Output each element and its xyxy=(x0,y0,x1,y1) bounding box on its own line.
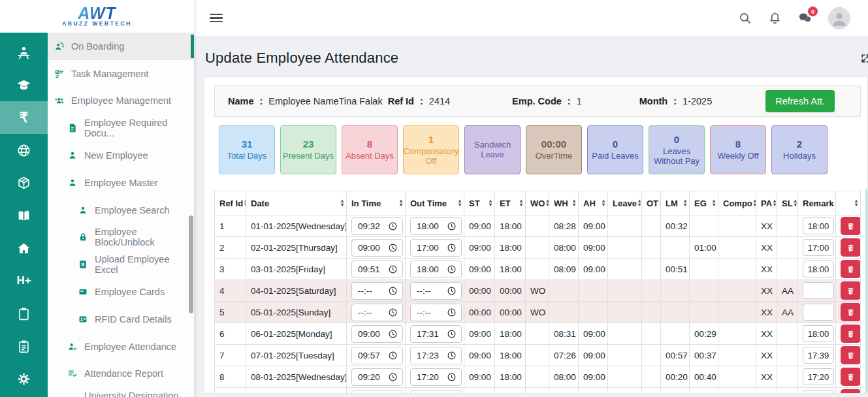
sort-carets-icon[interactable]: ▴▾ xyxy=(602,199,605,208)
column-header-date[interactable]: Date▴▾ xyxy=(246,191,347,215)
column-header-eg[interactable]: EG▴▾ xyxy=(690,191,718,215)
strip-item-library[interactable] xyxy=(0,199,48,232)
sort-carets-icon[interactable]: ▴▾ xyxy=(546,199,549,208)
delete-row-button[interactable] xyxy=(841,389,861,394)
sort-carets-icon[interactable]: ▴▾ xyxy=(638,199,641,208)
sort-carets-icon[interactable]: ▴▾ xyxy=(754,199,756,208)
remark-input[interactable] xyxy=(803,390,834,394)
in-time-input[interactable]: 09:20 xyxy=(351,368,403,386)
out-time-input[interactable]: 18:00 xyxy=(410,217,462,235)
sidebar-item-employee-required-docu[interactable]: Employee Required Docu... xyxy=(48,114,194,142)
column-header-ot[interactable]: OT▴▾ xyxy=(642,191,661,215)
strip-item-inventory[interactable] xyxy=(0,167,48,199)
column-header-in_time[interactable]: In Time▴▾ xyxy=(347,191,406,215)
delete-row-button[interactable] xyxy=(841,238,861,257)
remark-input[interactable] xyxy=(803,261,834,278)
sort-carets-icon[interactable]: ▴▾ xyxy=(489,199,492,208)
sidebar-item-employee-cards[interactable]: Employee Cards xyxy=(48,278,194,306)
sidebar-item-rfid-card-details[interactable]: RFID Card Details xyxy=(48,306,194,333)
delete-row-button[interactable] xyxy=(841,346,861,364)
column-header-wo[interactable]: WO▴▾ xyxy=(526,191,549,215)
out-time-input[interactable]: 17:12 xyxy=(410,390,462,394)
column-header-out_time[interactable]: Out Time▴▾ xyxy=(406,191,464,215)
sidebar-item-new-employee[interactable]: New Employee xyxy=(48,142,194,169)
strip-item-employees[interactable] xyxy=(0,36,48,69)
column-header-sl[interactable]: SL▴▾ xyxy=(777,191,798,215)
brand-logo[interactable]: AWT ABUZZ WEBTECH xyxy=(0,0,194,33)
sort-carets-icon[interactable]: ▴▾ xyxy=(573,199,575,208)
remark-input[interactable] xyxy=(803,239,834,256)
column-header-action[interactable]: ▴▾ xyxy=(836,191,861,215)
sidebar-item-employee-block-unblock[interactable]: Employee Block/Unblock xyxy=(48,224,194,251)
column-header-et[interactable]: ET▴▾ xyxy=(495,191,526,215)
column-header-pa[interactable]: PA▴▾ xyxy=(756,191,777,215)
table-scrollbar[interactable] xyxy=(865,189,867,393)
column-header-leave[interactable]: Leave▴▾ xyxy=(608,191,642,215)
user-avatar[interactable] xyxy=(828,7,850,29)
remark-input[interactable] xyxy=(803,282,834,299)
strip-item-clipboard[interactable] xyxy=(0,297,48,330)
in-time-input[interactable]: 09:51 xyxy=(351,261,403,278)
column-header-lm[interactable]: LM▴▾ xyxy=(661,191,690,215)
out-time-input[interactable]: --:-- xyxy=(410,304,462,321)
column-header-compo[interactable]: Compo▴▾ xyxy=(718,191,756,215)
out-time-input[interactable]: 17:23 xyxy=(410,347,462,364)
in-time-input[interactable]: 09:57 xyxy=(351,347,403,364)
refresh-attendance-button[interactable]: Refresh Att. xyxy=(765,90,835,112)
strip-item-payroll[interactable]: ₹ xyxy=(0,101,48,134)
sidebar-item-upload-employee-excel[interactable]: Upload Employee Excel xyxy=(48,251,194,278)
remark-input[interactable] xyxy=(803,304,834,321)
in-time-input[interactable]: 09:30 xyxy=(351,390,403,394)
sort-carets-icon[interactable]: ▴▾ xyxy=(400,199,402,208)
chat-icon[interactable]: 0 xyxy=(798,11,812,25)
in-time-input[interactable]: 09:32 xyxy=(351,217,403,235)
sort-carets-icon[interactable]: ▴▾ xyxy=(773,199,776,208)
column-header-remark[interactable]: Remark▴▾ xyxy=(798,191,836,215)
sidebar-item-university-designation-all[interactable]: University Designation All... xyxy=(48,387,194,397)
in-time-input[interactable]: 09:00 xyxy=(351,325,403,343)
sort-carets-icon[interactable]: ▴▾ xyxy=(341,199,344,208)
sort-carets-icon[interactable]: ▴▾ xyxy=(520,199,522,208)
delete-row-button[interactable] xyxy=(841,325,861,343)
out-time-input[interactable]: 18:00 xyxy=(410,261,462,278)
column-header-ah[interactable]: AH▴▾ xyxy=(579,191,608,215)
out-time-input[interactable]: --:-- xyxy=(410,282,462,300)
remark-input[interactable] xyxy=(803,325,834,342)
hamburger-menu-icon[interactable] xyxy=(210,14,223,23)
sidebar-scrollbar[interactable] xyxy=(189,215,193,313)
search-icon[interactable] xyxy=(738,11,752,25)
sidebar-item-on-boarding[interactable]: On Boarding xyxy=(48,33,194,60)
in-time-input[interactable]: --:-- xyxy=(351,282,403,300)
delete-row-button[interactable] xyxy=(841,260,861,278)
in-time-input[interactable]: 09:00 xyxy=(351,239,403,257)
sort-carets-icon[interactable]: ▴▾ xyxy=(713,199,715,208)
sidebar-item-attendance-report[interactable]: Attendance Report xyxy=(48,360,194,388)
notifications-bell-icon[interactable] xyxy=(768,11,782,25)
fullscreen-icon[interactable] xyxy=(860,53,868,64)
strip-item-reports[interactable] xyxy=(0,330,48,362)
in-time-input[interactable]: --:-- xyxy=(351,304,403,321)
sort-carets-icon[interactable]: ▴▾ xyxy=(855,199,858,208)
remark-input[interactable] xyxy=(803,217,834,234)
sidebar-item-employee-management[interactable]: Employee Management xyxy=(48,87,194,115)
sidebar-item-task-management[interactable]: Task Management xyxy=(48,60,194,87)
sidebar-item-employee-search[interactable]: Employee Search xyxy=(48,197,194,224)
delete-row-button[interactable] xyxy=(841,303,861,321)
out-time-input[interactable]: 17:00 xyxy=(410,239,462,257)
column-header-st[interactable]: ST▴▾ xyxy=(464,191,495,215)
strip-item-home[interactable] xyxy=(0,232,48,264)
remark-input[interactable] xyxy=(803,368,834,385)
delete-row-button[interactable] xyxy=(841,368,861,386)
sidebar-item-employee-attendance[interactable]: Employee Attendance xyxy=(48,333,194,360)
column-header-wh[interactable]: WH▴▾ xyxy=(549,191,579,215)
sidebar-item-employee-master[interactable]: Employee Master xyxy=(48,169,194,197)
sort-carets-icon[interactable]: ▴▾ xyxy=(794,199,797,208)
column-header-ref[interactable]: Ref Id▴▾ xyxy=(215,191,246,215)
sort-carets-icon[interactable]: ▴▾ xyxy=(684,199,686,208)
strip-item-learning[interactable] xyxy=(0,69,48,101)
out-time-input[interactable]: 17:31 xyxy=(410,325,462,343)
sort-carets-icon[interactable]: ▴▾ xyxy=(458,199,461,208)
delete-row-button[interactable] xyxy=(841,217,861,235)
strip-item-hospital[interactable]: H+ xyxy=(0,264,48,297)
strip-item-settings[interactable] xyxy=(0,362,48,395)
